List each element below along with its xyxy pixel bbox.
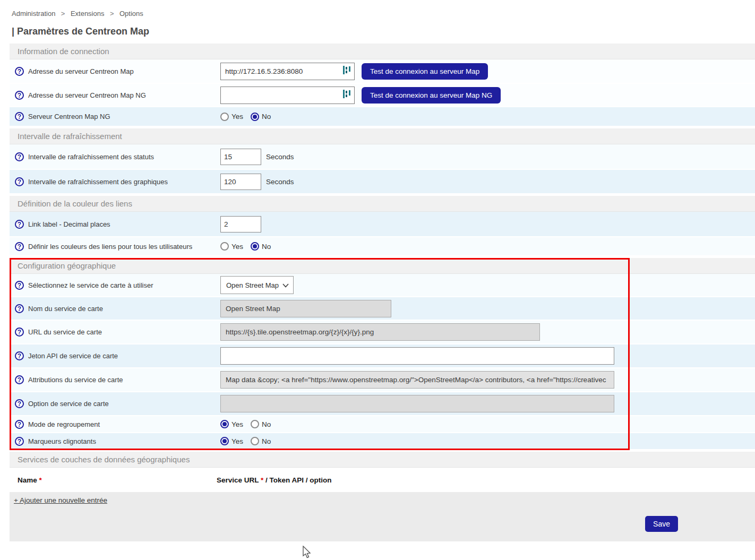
status-refresh-label: Intervalle de rafraîchissement des statu…	[28, 153, 154, 161]
section-header-link-color: Définition de la couleur des liens	[10, 196, 755, 212]
row-link-colors-all-users: ? Définir les couleurs des liens pour to…	[10, 237, 755, 256]
help-icon[interactable]: ?	[15, 91, 24, 100]
footer-area: + Ajouter une nouvelle entrée Save	[10, 492, 755, 541]
map-service-select[interactable]: Open Street Map	[220, 276, 294, 294]
link-colors-no-radio[interactable]	[251, 242, 259, 251]
map-service-name-label: Nom du service de carte	[28, 305, 103, 313]
help-icon[interactable]: ?	[15, 375, 24, 384]
breadcrumb-separator: >	[61, 10, 65, 18]
save-button[interactable]: Save	[645, 516, 678, 532]
cluster-mode-no-radio[interactable]	[251, 420, 259, 428]
row-map-service-select: ? Sélectionnez le service de carte à uti…	[10, 274, 755, 297]
test-connection-map-ng-button[interactable]: Test de connexion au serveur Map NG	[362, 87, 501, 104]
map-service-select-label: Sélectionnez le service de carte à utili…	[28, 281, 153, 289]
breadcrumb-extensions[interactable]: Extensions	[71, 10, 105, 18]
breadcrumb-administration[interactable]: Administration	[12, 10, 55, 18]
layers-col-service-url: Service URL	[217, 476, 259, 484]
map-ng-server-yes-radio[interactable]	[220, 113, 229, 121]
link-colors-yes-radio[interactable]	[220, 242, 229, 251]
map-address-input[interactable]	[225, 67, 340, 75]
row-map-ng-server: ? Serveur Centreon Map NG Yes No	[10, 107, 755, 127]
api-token-input[interactable]	[220, 347, 614, 365]
blinking-markers-no-radio[interactable]	[251, 437, 259, 445]
help-icon[interactable]: ?	[15, 220, 24, 229]
add-entry-link[interactable]: + Ajouter une nouvelle entrée	[14, 496, 107, 504]
map-ng-address-input[interactable]	[225, 91, 340, 99]
required-asterisk: *	[39, 476, 42, 484]
map-service-selected-value: Open Street Map	[226, 281, 282, 289]
breadcrumb-separator: >	[110, 10, 114, 18]
help-icon[interactable]: ?	[15, 328, 24, 337]
seconds-unit-label: Seconds	[266, 178, 294, 186]
map-address-input-wrap	[220, 63, 355, 80]
link-colors-all-users-label: Définir les couleurs des liens pour tous…	[28, 243, 192, 251]
help-icon[interactable]: ?	[15, 67, 24, 76]
breadcrumb: Administration > Extensions > Options	[0, 0, 755, 18]
row-map-service-url: ? URL du service de carte https://{s}.ti…	[10, 321, 755, 344]
macro-bars-icon[interactable]	[342, 90, 351, 101]
help-icon[interactable]: ?	[15, 420, 24, 429]
help-icon[interactable]: ?	[15, 437, 24, 446]
geo-section: Configuration géographique ? Sélectionne…	[10, 258, 755, 450]
no-label: No	[262, 243, 271, 251]
map-service-name-input: Open Street Map	[220, 300, 391, 317]
row-blinking-markers: ? Marqueurs clignotants Yes No	[10, 433, 755, 450]
graph-refresh-input[interactable]	[220, 174, 261, 190]
attributions-label: Attributions du service de carte	[28, 376, 123, 384]
page-title: | Paramètres de Centreon Map	[12, 26, 755, 37]
map-ng-server-no-radio[interactable]	[251, 113, 259, 121]
required-asterisk: *	[261, 476, 263, 484]
help-icon[interactable]: ?	[15, 177, 24, 186]
service-option-input	[220, 395, 614, 412]
decimal-places-label: Link label - Decimal places	[28, 220, 110, 228]
row-attributions: ? Attributions du service de carte Map d…	[10, 368, 755, 392]
no-label: No	[262, 420, 271, 428]
status-refresh-input[interactable]	[220, 149, 261, 165]
attributions-input: Map data &copy; <a href="https://www.ope…	[220, 371, 614, 389]
blinking-markers-label: Marqueurs clignotants	[28, 437, 96, 445]
breadcrumb-options[interactable]: Options	[119, 10, 143, 18]
help-icon[interactable]: ?	[15, 399, 24, 408]
section-header-refresh: Intervalle de rafraîchissement	[10, 128, 755, 144]
help-icon[interactable]: ?	[15, 351, 24, 360]
row-map-address: ? Adresse du serveur Centreon Map Test d…	[10, 59, 755, 84]
chevron-down-icon	[282, 280, 289, 290]
api-token-label: Jeton API de service de carte	[28, 352, 118, 360]
blinking-markers-yes-radio[interactable]	[220, 437, 229, 445]
help-icon[interactable]: ?	[15, 281, 24, 290]
help-icon[interactable]: ?	[15, 152, 24, 161]
yes-label: Yes	[231, 243, 243, 251]
yes-label: Yes	[231, 420, 243, 428]
cluster-mode-label: Mode de regroupement	[28, 420, 100, 428]
row-map-service-name: ? Nom du service de carte Open Street Ma…	[10, 297, 755, 321]
service-option-label: Option de service de carte	[28, 400, 109, 408]
map-ng-server-label: Serveur Centreon Map NG	[28, 113, 110, 120]
cluster-mode-yes-radio[interactable]	[220, 420, 229, 428]
row-status-refresh: ? Intervalle de rafraîchissement des sta…	[10, 144, 755, 170]
section-header-layers: Services de couches de données géographi…	[10, 452, 755, 468]
map-ng-address-input-wrap	[220, 87, 355, 104]
help-icon[interactable]: ?	[15, 304, 24, 313]
help-icon[interactable]: ?	[15, 112, 24, 121]
row-service-option: ? Option de service de carte	[10, 392, 755, 416]
test-connection-map-button[interactable]: Test de connexion au serveur Map	[362, 63, 488, 80]
graph-refresh-label: Intervalle de rafraîchissement des graph…	[28, 178, 168, 186]
layers-table-header: Name * Service URL * / Token API / optio…	[10, 468, 755, 492]
decimal-places-input[interactable]	[220, 216, 261, 232]
no-label: No	[262, 113, 271, 120]
row-api-token: ? Jeton API de service de carte	[10, 344, 755, 368]
map-ng-address-label: Adresse du serveur Centreon Map NG	[28, 91, 146, 99]
map-service-url-input: https://{s}.tile.openstreetmap.org/{z}/{…	[220, 323, 540, 341]
seconds-unit-label: Seconds	[266, 153, 294, 161]
layers-col-name: Name	[18, 476, 37, 484]
yes-label: Yes	[231, 437, 243, 445]
row-map-ng-address: ? Adresse du serveur Centreon Map NG Tes…	[10, 84, 755, 107]
macro-bars-icon[interactable]	[342, 66, 351, 77]
mouse-cursor	[302, 546, 313, 560]
row-cluster-mode: ? Mode de regroupement Yes No	[10, 416, 755, 433]
row-decimal-places: ? Link label - Decimal places	[10, 212, 755, 237]
help-icon[interactable]: ?	[15, 242, 24, 251]
row-graph-refresh: ? Intervalle de rafraîchissement des gra…	[10, 170, 755, 194]
map-address-label: Adresse du serveur Centreon Map	[28, 67, 134, 75]
section-header-connection: Information de connection	[10, 44, 755, 59]
